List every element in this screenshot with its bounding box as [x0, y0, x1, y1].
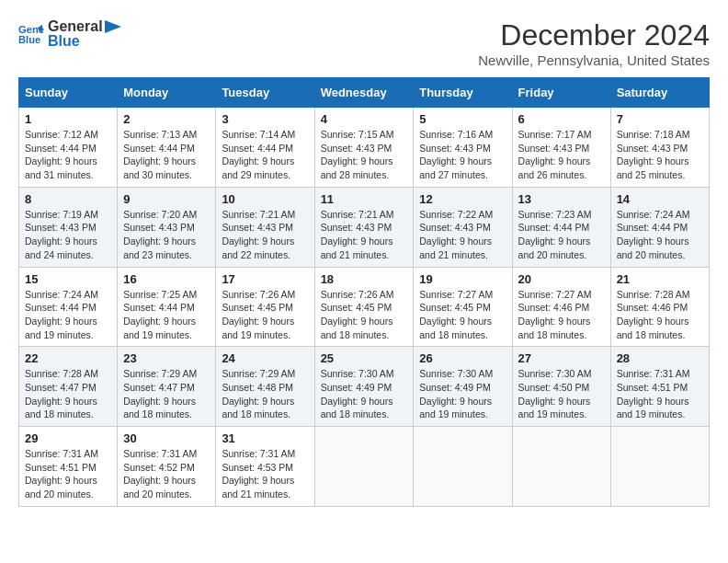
- calendar-cell: 23 Sunrise: 7:29 AM Sunset: 4:47 PM Dayl…: [118, 347, 216, 427]
- daylight-label: Daylight: 9 hours and 28 minutes.: [321, 155, 393, 180]
- sunrise-label: Sunrise: 7:13 AM: [123, 129, 197, 140]
- sunset-label: Sunset: 4:47 PM: [25, 382, 97, 393]
- day-info: Sunrise: 7:24 AM Sunset: 4:44 PM Dayligh…: [25, 288, 111, 342]
- day-info: Sunrise: 7:14 AM Sunset: 4:44 PM Dayligh…: [222, 128, 308, 182]
- day-number: 11: [321, 192, 408, 206]
- sunset-label: Sunset: 4:43 PM: [419, 222, 491, 233]
- calendar-cell: 6 Sunrise: 7:17 AM Sunset: 4:43 PM Dayli…: [512, 108, 610, 188]
- day-number: 22: [25, 351, 111, 365]
- col-friday: Friday: [512, 78, 610, 108]
- sunset-label: Sunset: 4:43 PM: [222, 222, 293, 233]
- day-number: 29: [25, 431, 111, 445]
- day-info: Sunrise: 7:23 AM Sunset: 4:44 PM Dayligh…: [518, 208, 605, 262]
- sunset-label: Sunset: 4:47 PM: [123, 382, 195, 393]
- col-sunday: Sunday: [19, 78, 118, 108]
- sunrise-label: Sunrise: 7:24 AM: [617, 209, 690, 220]
- calendar-row: 29 Sunrise: 7:31 AM Sunset: 4:51 PM Dayl…: [19, 427, 710, 507]
- calendar-cell: 24 Sunrise: 7:29 AM Sunset: 4:48 PM Dayl…: [216, 347, 314, 427]
- sunrise-label: Sunrise: 7:30 AM: [321, 368, 394, 379]
- day-number: 13: [518, 192, 605, 206]
- sunset-label: Sunset: 4:45 PM: [222, 302, 293, 313]
- day-number: 30: [123, 431, 210, 445]
- day-info: Sunrise: 7:24 AM Sunset: 4:44 PM Dayligh…: [617, 208, 703, 262]
- sunrise-label: Sunrise: 7:15 AM: [321, 129, 394, 140]
- calendar-cell: 1 Sunrise: 7:12 AM Sunset: 4:44 PM Dayli…: [19, 108, 118, 188]
- daylight-label: Daylight: 9 hours and 19 minutes.: [419, 396, 492, 420]
- day-info: Sunrise: 7:12 AM Sunset: 4:44 PM Dayligh…: [25, 128, 111, 182]
- daylight-label: Daylight: 9 hours and 21 minutes.: [222, 475, 294, 500]
- calendar-cell: 16 Sunrise: 7:25 AM Sunset: 4:44 PM Dayl…: [118, 267, 216, 347]
- calendar-cell: 15 Sunrise: 7:24 AM Sunset: 4:44 PM Dayl…: [19, 267, 118, 347]
- sunset-label: Sunset: 4:52 PM: [123, 462, 195, 473]
- day-info: Sunrise: 7:26 AM Sunset: 4:45 PM Dayligh…: [222, 288, 308, 342]
- sunset-label: Sunset: 4:49 PM: [321, 382, 392, 393]
- sunrise-label: Sunrise: 7:27 AM: [518, 289, 592, 300]
- sunset-label: Sunset: 4:44 PM: [222, 143, 293, 154]
- sunset-label: Sunset: 4:43 PM: [518, 143, 590, 154]
- daylight-label: Daylight: 9 hours and 19 minutes.: [25, 316, 97, 340]
- calendar-cell: 28 Sunrise: 7:31 AM Sunset: 4:51 PM Dayl…: [610, 347, 709, 427]
- sunset-label: Sunset: 4:46 PM: [518, 302, 590, 313]
- daylight-label: Daylight: 9 hours and 18 minutes.: [321, 316, 393, 340]
- logo-line2: Blue: [48, 33, 121, 50]
- day-info: Sunrise: 7:27 AM Sunset: 4:45 PM Dayligh…: [419, 288, 506, 342]
- daylight-label: Daylight: 9 hours and 29 minutes.: [222, 155, 294, 180]
- daylight-label: Daylight: 9 hours and 18 minutes.: [617, 316, 689, 340]
- day-info: Sunrise: 7:15 AM Sunset: 4:43 PM Dayligh…: [321, 128, 408, 182]
- svg-marker-3: [105, 20, 121, 33]
- daylight-label: Daylight: 9 hours and 19 minutes.: [518, 396, 591, 420]
- calendar-cell: 11 Sunrise: 7:21 AM Sunset: 4:43 PM Dayl…: [314, 187, 414, 267]
- sunset-label: Sunset: 4:44 PM: [123, 302, 195, 313]
- sunrise-label: Sunrise: 7:27 AM: [419, 289, 493, 300]
- calendar-cell: 30 Sunrise: 7:31 AM Sunset: 4:52 PM Dayl…: [118, 427, 216, 507]
- day-number: 23: [123, 351, 210, 365]
- sunrise-label: Sunrise: 7:18 AM: [617, 129, 690, 140]
- calendar-row: 1 Sunrise: 7:12 AM Sunset: 4:44 PM Dayli…: [19, 108, 710, 188]
- day-number: 8: [25, 192, 111, 206]
- daylight-label: Daylight: 9 hours and 20 minutes.: [123, 475, 196, 500]
- day-number: 7: [617, 112, 703, 126]
- sunrise-label: Sunrise: 7:28 AM: [25, 368, 98, 379]
- daylight-label: Daylight: 9 hours and 18 minutes.: [25, 396, 97, 420]
- calendar-cell: 9 Sunrise: 7:20 AM Sunset: 4:43 PM Dayli…: [118, 187, 216, 267]
- calendar-cell: [610, 427, 709, 507]
- sunset-label: Sunset: 4:50 PM: [518, 382, 590, 393]
- calendar-table: Sunday Monday Tuesday Wednesday Thursday…: [18, 77, 710, 507]
- sunrise-label: Sunrise: 7:22 AM: [419, 209, 493, 220]
- calendar-cell: 27 Sunrise: 7:30 AM Sunset: 4:50 PM Dayl…: [512, 347, 610, 427]
- sunrise-label: Sunrise: 7:19 AM: [25, 209, 98, 220]
- day-info: Sunrise: 7:31 AM Sunset: 4:52 PM Dayligh…: [123, 447, 210, 501]
- day-info: Sunrise: 7:31 AM Sunset: 4:53 PM Dayligh…: [222, 447, 308, 501]
- sunrise-label: Sunrise: 7:17 AM: [518, 129, 592, 140]
- calendar-row: 22 Sunrise: 7:28 AM Sunset: 4:47 PM Dayl…: [19, 347, 710, 427]
- calendar-cell: [314, 427, 414, 507]
- sunrise-label: Sunrise: 7:23 AM: [518, 209, 592, 220]
- day-number: 10: [222, 192, 308, 206]
- daylight-label: Daylight: 9 hours and 26 minutes.: [518, 155, 591, 180]
- daylight-label: Daylight: 9 hours and 27 minutes.: [419, 155, 492, 180]
- day-number: 24: [222, 351, 308, 365]
- day-info: Sunrise: 7:31 AM Sunset: 4:51 PM Dayligh…: [617, 367, 703, 421]
- location-subtitle: Newville, Pennsylvania, United States: [478, 52, 710, 68]
- daylight-label: Daylight: 9 hours and 18 minutes.: [222, 396, 294, 420]
- daylight-label: Daylight: 9 hours and 18 minutes.: [518, 316, 591, 340]
- day-number: 18: [321, 272, 408, 286]
- sunrise-label: Sunrise: 7:12 AM: [25, 129, 98, 140]
- calendar-cell: 5 Sunrise: 7:16 AM Sunset: 4:43 PM Dayli…: [414, 108, 512, 188]
- calendar-cell: 10 Sunrise: 7:21 AM Sunset: 4:43 PM Dayl…: [216, 187, 314, 267]
- sunset-label: Sunset: 4:45 PM: [419, 302, 491, 313]
- daylight-label: Daylight: 9 hours and 19 minutes.: [123, 316, 196, 340]
- day-info: Sunrise: 7:19 AM Sunset: 4:43 PM Dayligh…: [25, 208, 111, 262]
- sunset-label: Sunset: 4:51 PM: [25, 462, 97, 473]
- calendar-cell: 4 Sunrise: 7:15 AM Sunset: 4:43 PM Dayli…: [314, 108, 414, 188]
- sunset-label: Sunset: 4:43 PM: [617, 143, 688, 154]
- calendar-cell: 21 Sunrise: 7:28 AM Sunset: 4:46 PM Dayl…: [610, 267, 709, 347]
- day-number: 12: [419, 192, 506, 206]
- sunset-label: Sunset: 4:43 PM: [321, 222, 392, 233]
- col-monday: Monday: [118, 78, 216, 108]
- daylight-label: Daylight: 9 hours and 22 minutes.: [222, 236, 294, 260]
- month-title: December 2024: [478, 18, 710, 52]
- daylight-label: Daylight: 9 hours and 18 minutes.: [123, 396, 196, 420]
- day-info: Sunrise: 7:16 AM Sunset: 4:43 PM Dayligh…: [419, 128, 506, 182]
- sunset-label: Sunset: 4:46 PM: [617, 302, 688, 313]
